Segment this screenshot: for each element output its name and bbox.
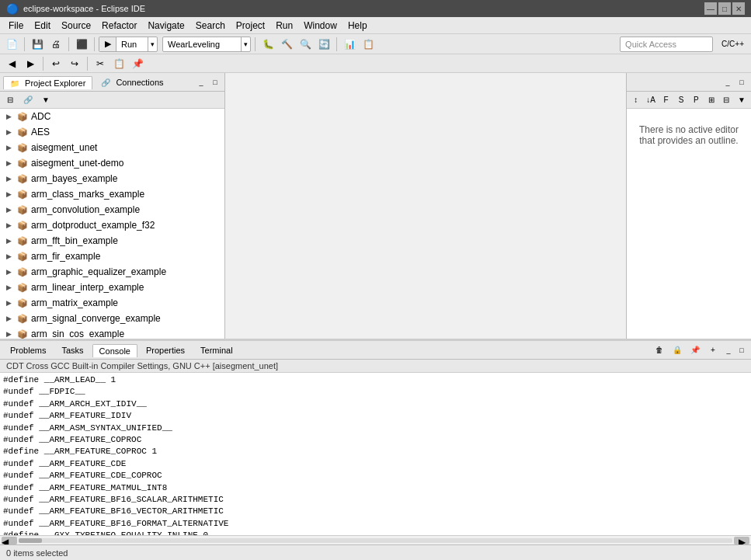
panel-tabs: 📁 Project Explorer 🔗 Connections _ □ bbox=[0, 73, 224, 92]
maximize-outline-button[interactable]: □ bbox=[735, 76, 748, 89]
menu-navigate[interactable]: Navigate bbox=[142, 19, 189, 33]
tree-item-arm_sin_cos_example[interactable]: ▶ 📦 arm_sin_cos_example bbox=[0, 326, 224, 339]
menu-source[interactable]: Source bbox=[56, 19, 96, 33]
minimize-bottom-button[interactable]: _ bbox=[722, 344, 735, 357]
new-button[interactable]: 📄 bbox=[3, 36, 20, 53]
outline-hide-static-icon[interactable]: S bbox=[673, 92, 688, 108]
minimize-button[interactable]: — bbox=[704, 2, 717, 15]
icon-aisegment_unet-demo: 📦 bbox=[17, 158, 28, 169]
redo-button[interactable]: ↪ bbox=[66, 55, 83, 72]
tree-item-arm_bayes_example[interactable]: ▶ 📦 arm_bayes_example bbox=[0, 171, 224, 186]
tree-item-ADC[interactable]: ▶ 📦 ADC bbox=[0, 109, 224, 124]
title-bar: 🔵 eclipse-workspace - Eclipse IDE — □ ✕ bbox=[0, 0, 751, 17]
cut-button[interactable]: ✂ bbox=[92, 55, 109, 72]
console-clear-button[interactable]: 🗑 bbox=[651, 342, 668, 359]
tab-connections[interactable]: 🔗 Connections bbox=[94, 75, 170, 89]
tree-item-arm_graphic_equalizer_example[interactable]: ▶ 📦 arm_graphic_equalizer_example bbox=[0, 264, 224, 280]
project-tree[interactable]: ▶ 📦 ADC ▶ 📦 AES ▶ 📦 aisegment_unet ▶ 📦 bbox=[0, 109, 224, 339]
tree-item-arm_linear_interp_example[interactable]: ▶ 📦 arm_linear_interp_example bbox=[0, 280, 224, 295]
menu-edit[interactable]: Edit bbox=[29, 19, 56, 33]
icon-ADC: 📦 bbox=[17, 112, 28, 122]
console-scroll-lock-button[interactable]: 🔒 bbox=[669, 342, 686, 359]
copy-button[interactable]: 📋 bbox=[110, 55, 127, 72]
console-output[interactable]: #define __ARM_LEAD__ 1 #undef __FDPIC__ … bbox=[0, 373, 751, 535]
label-arm_graphic_equalizer_example: arm_graphic_equalizer_example bbox=[31, 266, 166, 277]
console-hscrollbar[interactable]: ◀ ▶ bbox=[0, 535, 751, 544]
tree-item-arm_signal_converge_example[interactable]: ▶ 📦 arm_signal_converge_example bbox=[0, 311, 224, 326]
outline-hide-fields-icon[interactable]: F bbox=[659, 92, 673, 108]
config-combo[interactable]: WearLeveling ▾ bbox=[162, 37, 251, 52]
paste-button[interactable]: 📌 bbox=[129, 55, 146, 72]
refresh-button[interactable]: 🔄 bbox=[315, 36, 332, 53]
hscroll-thumb[interactable] bbox=[19, 538, 42, 543]
arrow-arm_signal_converge_example: ▶ bbox=[6, 315, 16, 322]
close-button[interactable]: ✕ bbox=[732, 2, 745, 15]
tab-problems[interactable]: Problems bbox=[3, 343, 53, 357]
menu-file[interactable]: File bbox=[3, 19, 29, 33]
outline-view-menu-icon[interactable]: ▼ bbox=[734, 92, 749, 108]
minimize-panel-button[interactable]: _ bbox=[195, 76, 207, 89]
menu-run[interactable]: Run bbox=[270, 19, 298, 33]
console-new-button[interactable]: + bbox=[704, 342, 721, 359]
back-button[interactable]: ◀ bbox=[3, 55, 20, 72]
outline-collapse-icon[interactable]: ⊟ bbox=[719, 92, 734, 108]
outline-expand-icon[interactable]: ⊞ bbox=[704, 92, 718, 108]
stop-button[interactable]: ⬛ bbox=[73, 36, 90, 53]
tree-item-AES[interactable]: ▶ 📦 AES bbox=[0, 124, 224, 140]
menu-search[interactable]: Search bbox=[190, 19, 231, 33]
tree-item-arm_dotproduct_example_f32[interactable]: ▶ 📦 arm_dotproduct_example_f32 bbox=[0, 217, 224, 233]
minimize-outline-button[interactable]: _ bbox=[721, 76, 734, 89]
tree-item-arm_fft_bin_example[interactable]: ▶ 📦 arm_fft_bin_example bbox=[0, 233, 224, 249]
config-dropdown-arrow[interactable]: ▾ bbox=[241, 37, 250, 51]
menu-project[interactable]: Project bbox=[231, 19, 270, 33]
maximize-panel-button[interactable]: □ bbox=[209, 76, 221, 89]
console-pin-button[interactable]: 📌 bbox=[687, 342, 704, 359]
run-dropdown-arrow[interactable]: ▾ bbox=[148, 37, 157, 51]
view-button[interactable]: 📋 bbox=[360, 36, 377, 53]
outline-hide-nonpublic-icon[interactable]: P bbox=[689, 92, 704, 108]
outline-toolbar: ↕ ↓A F S P ⊞ ⊟ ▼ bbox=[627, 92, 751, 109]
tree-item-arm_fir_example[interactable]: ▶ 📦 arm_fir_example bbox=[0, 249, 224, 264]
tab-project-explorer[interactable]: 📁 Project Explorer bbox=[3, 76, 92, 89]
console-line-7: #undef __ARM_FEATURE_CDE bbox=[3, 458, 748, 470]
undo-button[interactable]: ↩ bbox=[47, 55, 64, 72]
maximize-bottom-button[interactable]: □ bbox=[735, 344, 748, 357]
run-combo[interactable]: ▶ Run ▾ bbox=[99, 37, 158, 52]
build-button[interactable]: 🔨 bbox=[278, 36, 295, 53]
menu-help[interactable]: Help bbox=[342, 19, 373, 33]
perspective-button[interactable]: 📊 bbox=[341, 36, 358, 53]
tree-item-arm_class_marks_example[interactable]: ▶ 📦 arm_class_marks_example bbox=[0, 186, 224, 202]
tree-item-arm_convolution_example[interactable]: ▶ 📦 arm_convolution_example bbox=[0, 202, 224, 217]
menu-window[interactable]: Window bbox=[298, 19, 342, 33]
perspective-c-button[interactable]: C/C++ bbox=[718, 36, 748, 53]
console-line-6: #define __ARM_FEATURE_COPROC 1 bbox=[3, 446, 748, 457]
hscroll-left[interactable]: ◀ bbox=[2, 537, 17, 544]
label-ADC: ADC bbox=[31, 111, 50, 122]
print-button[interactable]: 🖨 bbox=[47, 36, 64, 53]
search-toolbar-button[interactable]: 🔍 bbox=[297, 36, 314, 53]
tab-terminal[interactable]: Terminal bbox=[193, 343, 240, 357]
collapse-all-button[interactable]: ⊟ bbox=[2, 92, 19, 109]
outline-sort-icon[interactable]: ↓A bbox=[643, 92, 658, 108]
arrow-arm_fft_bin_example: ▶ bbox=[6, 237, 16, 245]
tree-item-arm_matrix_example[interactable]: ▶ 📦 arm_matrix_example bbox=[0, 295, 224, 311]
tab-properties[interactable]: Properties bbox=[139, 343, 192, 357]
menu-refactor[interactable]: Refactor bbox=[96, 19, 142, 33]
save-button[interactable]: 💾 bbox=[29, 36, 46, 53]
icon-arm_linear_interp_example: 📦 bbox=[17, 283, 28, 293]
tree-item-aisegment_unet[interactable]: ▶ 📦 aisegment_unet bbox=[0, 140, 224, 155]
tree-item-aisegment_unet-demo[interactable]: ▶ 📦 aisegment_unet-demo bbox=[0, 155, 224, 171]
hscroll-right[interactable]: ▶ bbox=[734, 537, 749, 544]
link-editor-button[interactable]: 🔗 bbox=[19, 92, 37, 109]
tab-console[interactable]: Console bbox=[92, 344, 137, 357]
quick-access-input[interactable]: Quick Access bbox=[620, 37, 713, 52]
hscroll-track[interactable] bbox=[19, 538, 732, 543]
tree-view-button[interactable]: ▼ bbox=[37, 92, 54, 109]
debug-button[interactable]: 🐛 bbox=[259, 36, 276, 53]
separator-2 bbox=[68, 37, 69, 51]
tab-tasks[interactable]: Tasks bbox=[54, 343, 90, 357]
maximize-button[interactable]: □ bbox=[718, 2, 731, 15]
run-label: Run bbox=[116, 40, 148, 49]
outline-sync-icon[interactable]: ↕ bbox=[628, 92, 643, 108]
forward-button[interactable]: ▶ bbox=[22, 55, 39, 72]
